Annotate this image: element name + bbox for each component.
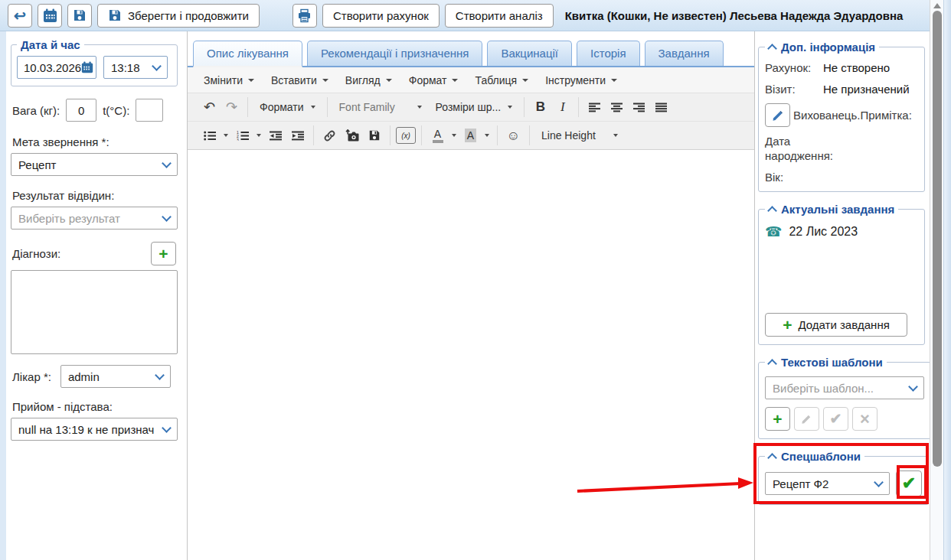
- additional-info-fieldset: Доп. інформація Рахунок: Не створено Віз…: [758, 41, 925, 192]
- visit-result-select[interactable]: Виберіть результат: [11, 207, 178, 230]
- font-family-dropdown[interactable]: Font Family: [333, 97, 428, 118]
- add-template-button[interactable]: +: [765, 407, 790, 431]
- treatment-editor: Опис лікування Рекомендації і призначенн…: [188, 31, 754, 560]
- plus-icon: +: [773, 411, 782, 427]
- line-height-dropdown[interactable]: Line Height: [535, 125, 624, 146]
- purpose-select[interactable]: Рецепт: [11, 153, 178, 176]
- chevron-down-icon: [162, 212, 172, 222]
- date-input[interactable]: 10.03.2026: [17, 56, 96, 79]
- font-size-dropdown[interactable]: Розміри шр...: [430, 97, 519, 118]
- add-task-button[interactable]: + Додати завдання: [765, 313, 907, 337]
- weight-label: Вага (кг):: [12, 104, 60, 117]
- create-invoice-button[interactable]: Створити рахунок: [322, 4, 440, 28]
- tab-tasks[interactable]: Завдання: [645, 41, 724, 66]
- temperature-input[interactable]: [136, 99, 163, 122]
- insert-image-button[interactable]: [342, 125, 362, 146]
- editor-content-area[interactable]: [188, 150, 754, 530]
- appointment-reason-select[interactable]: null на 13:19 к не признач: [11, 418, 178, 441]
- text-color-caret[interactable]: [449, 125, 459, 146]
- bullet-list-caret[interactable]: [221, 125, 230, 146]
- calendar-button[interactable]: [38, 4, 62, 28]
- editor-toolbar-row2: 123: [188, 122, 754, 150]
- smiley-icon: ☺: [507, 129, 520, 142]
- insert-variable-button[interactable]: (x): [396, 127, 416, 144]
- insert-link-button[interactable]: [319, 125, 340, 146]
- back-button[interactable]: ↩: [8, 4, 32, 28]
- edit-note-button[interactable]: [765, 103, 790, 127]
- undo-button[interactable]: ↶: [199, 97, 220, 118]
- save-icon: [108, 8, 122, 22]
- align-justify-button[interactable]: [651, 97, 672, 118]
- menu-insert[interactable]: Вставити: [263, 74, 337, 86]
- purpose-value: Рецепт: [18, 158, 56, 171]
- edit-template-button[interactable]: [794, 407, 819, 431]
- caret-down-icon: [248, 79, 254, 82]
- caret-down-icon: [322, 79, 328, 82]
- text-color-button[interactable]: A: [427, 125, 448, 146]
- tab-vaccinations[interactable]: Вакцинації: [487, 41, 572, 66]
- template-select[interactable]: Виберіть шаблон...: [765, 376, 924, 399]
- indent-button[interactable]: [287, 125, 308, 146]
- bold-button[interactable]: B: [530, 97, 551, 118]
- current-tasks-legend[interactable]: Актуальні завдання: [765, 203, 898, 216]
- align-center-button[interactable]: [606, 97, 627, 118]
- task-item[interactable]: ☎ 22 Лис 2023: [765, 225, 918, 239]
- menu-edit[interactable]: Змінити: [195, 74, 263, 86]
- weight-input[interactable]: 0: [66, 99, 96, 122]
- caret-down-icon: [508, 106, 512, 109]
- link-icon: [323, 129, 336, 142]
- scrollbar-thumb[interactable]: [933, 11, 942, 467]
- menu-format[interactable]: Формат: [400, 74, 467, 86]
- text-templates-legend[interactable]: Текстові шаблони: [765, 356, 887, 369]
- calendar-icon[interactable]: [81, 61, 93, 73]
- save-and-continue-label: Зберегти і продовжити: [128, 9, 249, 22]
- editor-save-button[interactable]: [364, 125, 384, 146]
- check-icon: ✔: [830, 412, 842, 426]
- scroll-up-arrow-icon[interactable]: [933, 3, 941, 8]
- align-right-icon: [633, 103, 645, 112]
- tab-treatment-description[interactable]: Опис лікування: [193, 41, 302, 67]
- right-edge-strip: [943, 0, 951, 560]
- add-diagnosis-button[interactable]: +: [151, 242, 176, 265]
- text-templates-fieldset: Текстові шаблони Виберіть шаблон... + ✔ …: [758, 356, 931, 439]
- menu-table[interactable]: Таблиця: [466, 74, 537, 86]
- outdent-button[interactable]: [265, 125, 286, 146]
- time-select[interactable]: 13:18: [103, 56, 168, 79]
- numbered-list-caret[interactable]: [254, 125, 263, 146]
- back-icon: ↩: [14, 8, 26, 23]
- doctor-select[interactable]: admin: [60, 365, 171, 388]
- create-analysis-button[interactable]: Створити аналіз: [445, 4, 554, 28]
- formats-dropdown[interactable]: Формати: [253, 97, 322, 118]
- age-label: Вік:: [765, 171, 918, 184]
- emoticon-button[interactable]: ☺: [503, 125, 524, 146]
- apply-special-template-button[interactable]: ✔: [896, 470, 922, 497]
- print-icon: [297, 8, 312, 23]
- align-left-button[interactable]: [584, 97, 605, 118]
- special-template-value: Рецепт Ф2: [773, 477, 828, 490]
- bullet-list-icon: [204, 131, 216, 141]
- tab-recommendations[interactable]: Рекомендації і призначення: [307, 41, 482, 66]
- background-color-caret[interactable]: [482, 125, 492, 146]
- menu-view[interactable]: Вигляд: [337, 74, 400, 86]
- save-button[interactable]: [67, 4, 92, 28]
- align-right-button[interactable]: [629, 97, 649, 118]
- menu-tools[interactable]: Інструменти: [537, 74, 626, 86]
- tab-history[interactable]: Історія: [577, 41, 640, 66]
- print-button[interactable]: [292, 4, 317, 28]
- diagnoses-textarea[interactable]: [11, 270, 178, 354]
- check-icon: ✔: [902, 475, 916, 492]
- align-left-icon: [589, 103, 600, 112]
- menu-view-label: Вигляд: [345, 74, 381, 86]
- special-templates-fieldset: Спецшаблони Рецепт Ф2 ✔: [758, 450, 929, 505]
- bullet-list-button[interactable]: [199, 125, 220, 146]
- redo-button[interactable]: ↷: [221, 97, 242, 118]
- numbered-list-button[interactable]: 123: [232, 125, 253, 146]
- special-template-select[interactable]: Рецепт Ф2: [765, 472, 890, 495]
- save-and-continue-button[interactable]: Зберегти і продовжити: [97, 4, 260, 28]
- delete-template-button[interactable]: ×: [852, 407, 877, 431]
- apply-template-button[interactable]: ✔: [823, 407, 848, 431]
- special-templates-legend[interactable]: Спецшаблони: [765, 450, 864, 463]
- background-color-button[interactable]: A: [460, 125, 481, 146]
- additional-info-legend[interactable]: Доп. інформація: [765, 41, 879, 54]
- italic-button[interactable]: I: [552, 97, 573, 118]
